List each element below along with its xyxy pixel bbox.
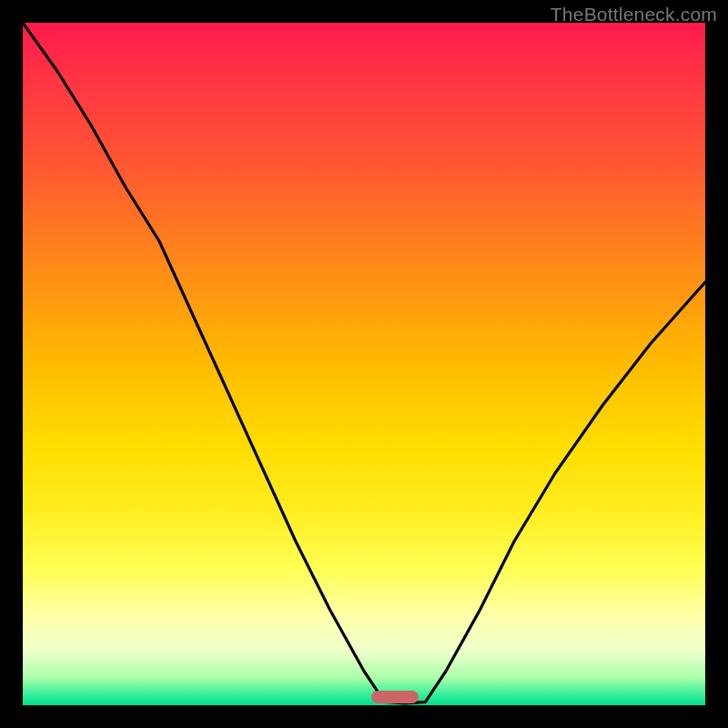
plot-area xyxy=(23,23,705,705)
watermark-text: TheBottleneck.com xyxy=(551,4,717,25)
bottleneck-curve xyxy=(23,23,705,705)
optimal-marker xyxy=(371,691,420,703)
chart-frame: TheBottleneck.com xyxy=(0,0,728,728)
